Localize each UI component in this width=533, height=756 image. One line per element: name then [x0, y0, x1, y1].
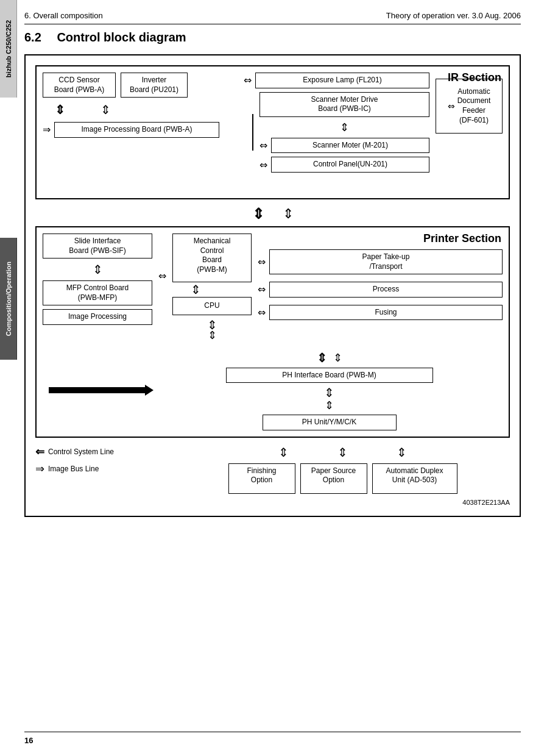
inverter-board: InverterBoard (PU201) [121, 73, 188, 98]
ph-unit: PH Unit/Y/M/C/K [263, 415, 397, 430]
paper-takeup: Paper Take-up/Transport [269, 249, 503, 274]
between-sections-arrows: ⇕ ⇕ [35, 205, 510, 223]
mfp-control-board: MFP Control Board(PWB-MFP) [43, 280, 152, 305]
printer-left-col: Slide InterfaceBoard (PWB-SIF) ⇕ MFP Con… [43, 234, 152, 325]
ir-section-label: IR Section [448, 71, 501, 84]
ph-interface-board: PH Interface Board (PWB-M) [226, 368, 433, 383]
auto-duplex-unit: Automatic DuplexUnit (AD-503) [372, 463, 457, 494]
side-tab-top: bizhub C250/C252 [0, 0, 17, 98]
image-processing-block: Image Processing [43, 309, 152, 325]
diagram-container: IR Section CCD SensorBoard (PWB-A) Inver… [24, 54, 521, 517]
process-block: Process [269, 282, 503, 298]
side-tab-label-top: bizhub C250/C252 [5, 20, 12, 77]
scanner-motor-drive: Scanner Moter DriveBoard (PWB-IC) [259, 92, 429, 117]
legend-image-bus: Image Bus Line [48, 465, 99, 473]
legend: ⇐ Control System Line ⇒ Image Bus Line [35, 445, 157, 476]
header-left: 6. Overall composition [24, 11, 103, 20]
ir-section: IR Section CCD SensorBoard (PWB-A) Inver… [35, 65, 510, 199]
exposure-lamp: Exposure Lamp (FL201) [255, 73, 429, 88]
page-header: 6. Overall composition Theory of operati… [24, 11, 521, 24]
printer-right-col: ⇔ Paper Take-up/Transport ⇔ Process ⇔ Fu… [258, 234, 503, 320]
side-tab-label-middle: Composition/Operation [5, 262, 12, 336]
catalog-number: 4038T2E213AA [35, 499, 510, 506]
control-panel: Control Panel(UN-201) [271, 157, 429, 173]
printer-section-label: Printer Section [423, 232, 501, 245]
paper-source-option: Paper SourceOption [300, 463, 367, 494]
main-content: 6.2 Control block diagram IR Section CCD… [24, 30, 521, 517]
finishing-option: FinishingOption [228, 463, 295, 494]
slide-interface-board: Slide InterfaceBoard (PWB-SIF) [43, 234, 152, 259]
section-title-text: Control block diagram [57, 30, 186, 44]
ccd-sensor-board: CCD SensorBoard (PWB-A) [43, 73, 116, 98]
side-tab-middle: Composition/Operation [0, 238, 17, 360]
cpu-block: CPU [172, 297, 252, 315]
section-title: 6.2 Control block diagram [24, 30, 521, 45]
page-number: 16 [24, 736, 33, 745]
page-footer: 16 [24, 732, 521, 745]
printer-mid-col: MechanicalControlBoard(PWB-M) ⇕ CPU ⇕ ⇕ [172, 234, 252, 342]
printer-section: Printer Section Slide InterfaceBoard (PW… [35, 226, 510, 438]
mech-control-board: MechanicalControlBoard(PWB-M) [172, 234, 252, 282]
header-right: Theory of operation ver. 3.0 Aug. 2006 [386, 11, 521, 20]
section-number: 6.2 [24, 30, 41, 44]
auto-doc-feeder: ⇔ AutomaticDocumentFeeder(DF-601) [436, 79, 503, 134]
legend-control-system: Control System Line [48, 448, 114, 456]
image-processing-board: Image Processing Board (PWB-A) [54, 122, 219, 138]
fusing-block: Fusing [269, 305, 503, 321]
scanner-motor: Scanner Moter (M-201) [271, 138, 429, 154]
